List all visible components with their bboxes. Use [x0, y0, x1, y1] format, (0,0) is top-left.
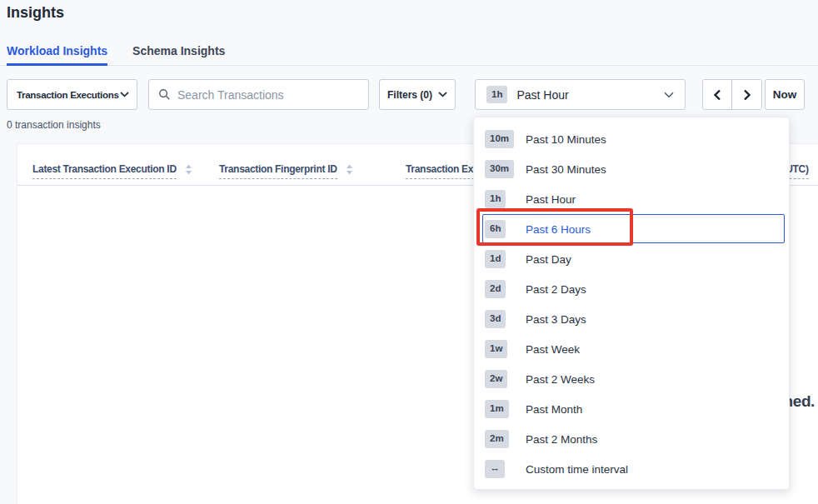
time-option-label: Past 2 Weeks	[526, 373, 595, 386]
time-option-badge: --	[485, 460, 505, 478]
chevron-right-icon	[743, 89, 751, 101]
column-label: Latest Transaction Execution ID	[32, 163, 177, 179]
time-option-badge: 2m	[485, 430, 509, 448]
time-option-badge-col: 1w	[485, 340, 526, 358]
tab-bar: Workload Insights Schema Insights	[0, 37, 818, 66]
sort-icon[interactable]	[346, 164, 353, 175]
time-option-label: Past Hour	[526, 193, 576, 206]
time-option-past-10-minutes[interactable]: 10mPast 10 Minutes	[474, 124, 789, 154]
time-option-badge: 30m	[485, 160, 514, 178]
time-option-past-2-weeks[interactable]: 2wPast 2 Weeks	[474, 364, 789, 394]
time-option-past-3-days[interactable]: 3dPast 3 Days	[474, 304, 789, 334]
filters-button-label: Filters (0)	[387, 89, 432, 101]
time-option-badge-col: 2d	[485, 280, 526, 298]
time-step-buttons	[702, 79, 762, 110]
time-option-label: Custom time interval	[526, 463, 628, 476]
search-icon	[158, 88, 171, 101]
time-option-label: Past 2 Months	[526, 433, 597, 446]
time-option-badge: 10m	[485, 130, 514, 148]
insight-type-select-label: Transaction Executions	[17, 90, 119, 100]
tab-schema-insights[interactable]: Schema Insights	[132, 44, 225, 65]
time-option-past-month[interactable]: 1mPast Month	[474, 394, 789, 424]
time-option-badge: 2w	[485, 370, 507, 388]
time-option-badge-col: 3d	[485, 310, 526, 328]
time-option-label: Past Day	[526, 253, 571, 266]
insights-count: 0 transaction insights	[7, 119, 101, 131]
column-header-transaction-fingerprint-id[interactable]: Transaction Fingerprint ID	[219, 163, 353, 179]
time-option-label: Past 3 Days	[526, 313, 586, 326]
time-option-past-2-months[interactable]: 2mPast 2 Months	[474, 424, 789, 454]
insight-type-select[interactable]: Transaction Executions	[7, 79, 137, 110]
time-option-label: Past 6 Hours	[526, 223, 591, 236]
time-option-badge-col: 1d	[485, 250, 526, 268]
search-input[interactable]	[177, 88, 359, 102]
time-range-label: Past Hour	[516, 88, 568, 102]
time-option-badge: 2d	[485, 280, 506, 298]
time-option-badge-col: 30m	[485, 160, 526, 178]
time-option-past-hour[interactable]: 1hPast Hour	[474, 184, 789, 214]
filters-button[interactable]: Filters (0)	[379, 79, 456, 110]
time-prev-button[interactable]	[703, 80, 732, 109]
time-option-past-day[interactable]: 1dPast Day	[474, 244, 789, 274]
tab-workload-insights[interactable]: Workload Insights	[7, 44, 107, 66]
time-option-label: Past 2 Days	[526, 283, 586, 296]
time-range-badge: 1h	[486, 86, 507, 104]
time-option-badge-col: 1m	[485, 400, 526, 418]
time-option-label: Past 30 Minutes	[526, 163, 606, 176]
time-option-label: Past 10 Minutes	[526, 133, 606, 146]
column-header-latest-transaction-execution-id[interactable]: Latest Transaction Execution ID	[32, 163, 192, 179]
time-option-badge-col: --	[485, 460, 526, 478]
time-range-select[interactable]: 1h Past Hour	[475, 79, 686, 110]
time-option-badge-col: 1h	[485, 190, 526, 208]
time-range-dropdown[interactable]: 10mPast 10 Minutes30mPast 30 Minutes1hPa…	[473, 117, 790, 490]
time-option-badge: 1h	[485, 190, 506, 208]
time-option-badge-col: 2m	[485, 430, 526, 448]
time-option-past-2-days[interactable]: 2dPast 2 Days	[474, 274, 789, 304]
time-option-badge: 6h	[485, 220, 506, 238]
time-option-badge: 1w	[485, 340, 507, 358]
time-option-label: Past Month	[526, 403, 582, 416]
time-option-label: Past Week	[526, 343, 580, 356]
chevron-left-icon	[713, 89, 721, 101]
time-option-badge-col: 10m	[485, 130, 526, 148]
column-label: Transaction Fingerprint ID	[219, 163, 337, 179]
sort-icon[interactable]	[185, 164, 192, 175]
time-option-custom-time-interval[interactable]: --Custom time interval	[474, 454, 789, 484]
time-option-past-6-hours[interactable]: 6hPast 6 Hours	[474, 214, 789, 244]
time-option-badge: 1d	[485, 250, 506, 268]
time-option-badge: 1m	[485, 400, 509, 418]
now-button[interactable]: Now	[765, 79, 805, 110]
time-option-badge-col: 6h	[485, 220, 526, 238]
search-box	[148, 79, 369, 110]
time-option-past-30-minutes[interactable]: 30mPast 30 Minutes	[474, 154, 789, 184]
chevron-down-icon	[120, 92, 129, 97]
time-option-badge: 3d	[485, 310, 506, 328]
chevron-down-icon	[438, 92, 447, 97]
insights-page: Insights Workload Insights Schema Insigh…	[0, 0, 818, 504]
time-option-badge-col: 2w	[485, 370, 526, 388]
time-next-button[interactable]	[732, 80, 761, 109]
page-title: Insights	[7, 4, 64, 22]
chevron-down-icon	[664, 92, 674, 98]
time-option-past-week[interactable]: 1wPast Week	[474, 334, 789, 364]
